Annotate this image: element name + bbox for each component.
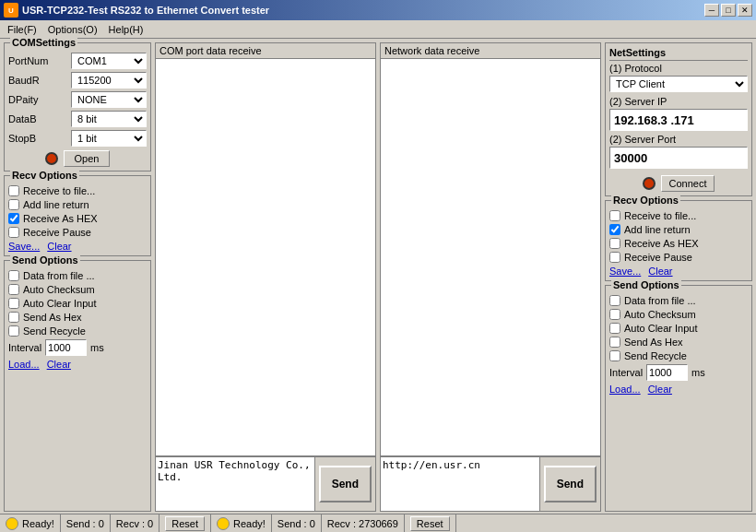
net-recv-as-hex-check[interactable] xyxy=(609,238,620,249)
net-send-count: Send : 0 xyxy=(278,518,315,529)
com-auto-clear-input-check[interactable] xyxy=(8,298,19,309)
net-recv-options-group: Recv Options Receive to file... Add line… xyxy=(605,200,752,281)
net-recv-count: Recv : 2730669 xyxy=(327,518,398,529)
com-send-button[interactable]: Send xyxy=(319,466,372,502)
com-auto-checksum-check[interactable] xyxy=(8,284,19,295)
window-title: USR-TCP232-Test RS232 to Ethernet Conver… xyxy=(22,5,269,16)
net-send-options-group: Send Options Data from file ... Auto Che… xyxy=(605,285,752,512)
send-row: Jinan USR Technology Co., Ltd. Send http… xyxy=(155,456,601,512)
close-button[interactable]: ✕ xyxy=(738,4,752,17)
maximize-button[interactable]: □ xyxy=(721,4,736,17)
com-send-load-link[interactable]: Load... xyxy=(8,359,40,370)
net-auto-checksum-check[interactable] xyxy=(609,309,620,320)
dpaity-select[interactable]: NONEODDEVEN xyxy=(71,91,147,108)
com-interval-label: Interval xyxy=(8,342,41,353)
com-auto-checksum-label: Auto Checksum xyxy=(23,284,95,295)
com-send-textarea[interactable]: Jinan USR Technology Co., Ltd. xyxy=(156,457,314,511)
net-add-line-return-check[interactable] xyxy=(609,224,620,235)
network-data-receive-panel: Network data receive xyxy=(380,42,601,456)
portnum-select[interactable]: COM1COM2COM3COM4 xyxy=(71,53,147,69)
net-send-button[interactable]: Send xyxy=(544,466,597,502)
com-data-receive-content[interactable] xyxy=(156,59,375,455)
app-icon: U xyxy=(4,3,18,18)
com-recv-segment: Recv : 0 xyxy=(111,514,159,532)
net-send-textarea[interactable]: http://en.usr.cn xyxy=(381,457,539,511)
datab-select[interactable]: 7 bit8 bit xyxy=(71,111,147,127)
com-data-from-file-label: Data from file ... xyxy=(23,270,95,281)
menu-options[interactable]: Options(O) xyxy=(42,22,103,37)
com-recv-title: Recv Options xyxy=(10,170,79,181)
net-settings-title: NetSettings xyxy=(609,47,666,58)
server-ip-input[interactable] xyxy=(609,109,748,131)
net-auto-checksum-label: Auto Checksum xyxy=(624,309,696,320)
net-send-recycle-check[interactable] xyxy=(609,350,620,361)
net-recv-pause-check[interactable] xyxy=(609,252,620,263)
net-data-from-file-check[interactable] xyxy=(609,295,620,306)
net-recv-to-file-check[interactable] xyxy=(609,210,620,221)
network-data-receive-content[interactable] xyxy=(381,59,600,455)
net-status-icon xyxy=(217,517,230,530)
menu-help[interactable]: Help(H) xyxy=(103,22,149,37)
net-recv-title: Recv Options xyxy=(611,195,680,206)
com-data-from-file-check[interactable] xyxy=(8,270,19,281)
connect-button[interactable]: Connect xyxy=(661,175,715,192)
protocol-select[interactable]: TCP Client TCP Server UDP Client UDP Ser… xyxy=(609,76,748,92)
net-recv-pause-label: Receive Pause xyxy=(624,252,692,263)
com-add-line-return-check[interactable] xyxy=(8,199,19,210)
minimize-button[interactable]: ─ xyxy=(704,4,719,17)
net-auto-clear-input-label: Auto Clear Input xyxy=(624,323,698,334)
com-settings-group: COMSettings PortNum COM1COM2COM3COM4 Bau… xyxy=(4,42,151,171)
com-reset-segment: Reset xyxy=(159,514,211,532)
com-recv-options-group: Recv Options Receive to file... Add line… xyxy=(4,175,151,256)
portnum-label: PortNum xyxy=(8,55,54,66)
menu-file[interactable]: File(F) xyxy=(2,22,42,37)
net-recv-clear-link[interactable]: Clear xyxy=(648,266,672,277)
net-ready-label: Ready! xyxy=(233,518,266,529)
net-send-as-hex-check[interactable] xyxy=(609,337,620,348)
status-bar: Ready! Send : 0 Recv : 0 Reset Ready! Se… xyxy=(0,514,756,532)
com-ready-label: Ready! xyxy=(22,518,54,529)
net-interval-unit: ms xyxy=(691,367,705,378)
net-send-clear-link[interactable]: Clear xyxy=(648,384,672,395)
left-panel: COMSettings PortNum COM1COM2COM3COM4 Bau… xyxy=(4,42,151,512)
net-reset-button[interactable]: Reset xyxy=(410,516,450,531)
com-recv-count: Recv : 0 xyxy=(116,518,153,529)
window-controls: ─ □ ✕ xyxy=(704,4,752,17)
com-settings-title: COMSettings xyxy=(10,37,77,48)
com-reset-button[interactable]: Reset xyxy=(165,516,205,531)
com-recv-save-link[interactable]: Save... xyxy=(8,241,40,252)
net-recv-save-link[interactable]: Save... xyxy=(609,266,641,277)
server-port-input[interactable] xyxy=(609,147,748,169)
com-status-icon xyxy=(6,517,18,530)
net-interval-label: Interval xyxy=(609,367,643,378)
server-port-label: (2) Server Port xyxy=(609,134,748,145)
com-send-recycle-check[interactable] xyxy=(8,325,19,337)
net-recv-as-hex-label: Receive As HEX xyxy=(624,238,699,249)
com-send-panel: Jinan USR Technology Co., Ltd. Send xyxy=(155,456,376,512)
com-recv-clear-link[interactable]: Clear xyxy=(47,241,71,252)
com-add-line-return-label: Add line return xyxy=(23,199,89,210)
net-send-segment: Send : 0 xyxy=(272,514,322,532)
net-send-as-hex-label: Send As Hex xyxy=(624,337,683,348)
com-send-clear-link[interactable]: Clear xyxy=(47,359,71,370)
net-send-load-link[interactable]: Load... xyxy=(609,384,641,395)
com-interval-input[interactable] xyxy=(45,339,87,356)
com-recv-to-file-label: Receive to file... xyxy=(23,185,95,196)
title-bar: U USR-TCP232-Test RS232 to Ethernet Conv… xyxy=(0,0,756,20)
network-data-receive-title: Network data receive xyxy=(381,43,600,59)
com-recv-as-hex-check[interactable] xyxy=(8,213,19,224)
com-recv-as-hex-label: Receive As HEX xyxy=(23,213,98,224)
datab-label: DataB xyxy=(8,113,54,124)
com-send-as-hex-check[interactable] xyxy=(8,312,19,323)
com-auto-clear-input-label: Auto Clear Input xyxy=(23,298,97,309)
open-button[interactable]: Open xyxy=(64,150,110,167)
stopb-select[interactable]: 1 bit2 bit xyxy=(71,130,147,147)
com-send-as-hex-label: Send As Hex xyxy=(23,312,82,323)
net-interval-input[interactable] xyxy=(646,364,688,381)
baudr-select[interactable]: 9600192003840057600115200 xyxy=(71,72,147,89)
connect-indicator xyxy=(643,177,656,190)
com-recv-to-file-check[interactable] xyxy=(8,185,19,196)
net-add-line-return-label: Add line return xyxy=(624,224,691,235)
com-recv-pause-check[interactable] xyxy=(8,227,19,238)
net-auto-clear-input-check[interactable] xyxy=(609,323,620,334)
